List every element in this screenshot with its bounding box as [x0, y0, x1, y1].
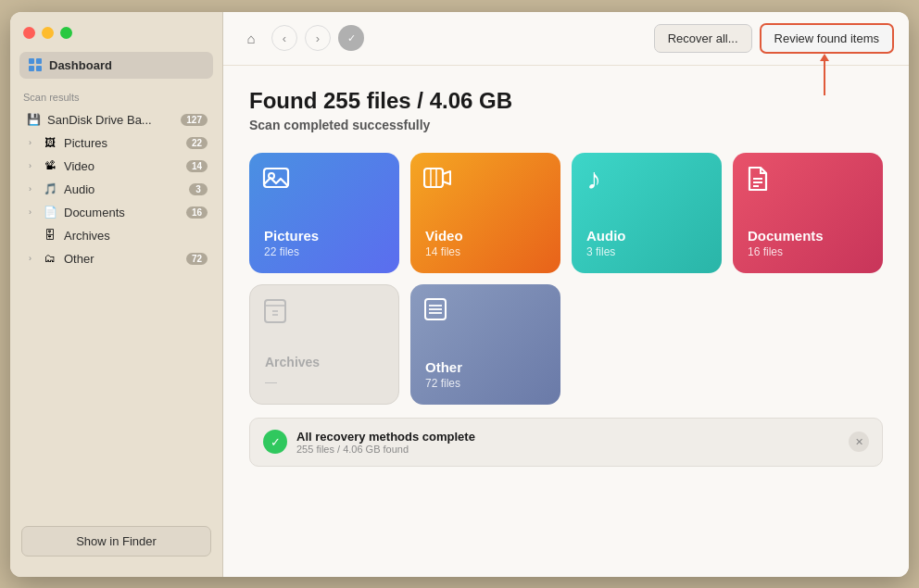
- toolbar: ⌂ ‹ › ✓ Recover all... Review found item…: [223, 12, 909, 66]
- close-button[interactable]: [23, 27, 35, 39]
- back-button[interactable]: ‹: [271, 25, 297, 51]
- card-video-count: 14 files: [425, 245, 546, 258]
- archives-card-icon: [263, 298, 287, 328]
- sidebar-item-sandisk-label: SanDisk Drive Ba...: [47, 113, 181, 127]
- cards-grid-row2: Archives — Other 72 files: [249, 284, 883, 405]
- card-documents-label: Documents: [748, 228, 868, 244]
- sidebar-bottom: Show in Finder: [10, 517, 222, 566]
- recover-all-button[interactable]: Recover all...: [654, 24, 752, 53]
- audio-icon: 🎵: [42, 182, 58, 195]
- sidebar-item-audio-label: Audio: [64, 182, 189, 196]
- card-video[interactable]: Video 14 files: [410, 153, 560, 273]
- sidebar-item-pictures-label: Pictures: [64, 136, 186, 150]
- forward-button[interactable]: ›: [305, 25, 331, 51]
- audio-card-icon: ♪: [586, 162, 601, 196]
- sidebar-item-archives[interactable]: › 🗄 Archives: [16, 224, 217, 247]
- video-card-icon: [423, 166, 451, 195]
- card-pictures-label: Pictures: [264, 228, 384, 244]
- sidebar-item-documents-badge: 16: [186, 206, 208, 219]
- card-pictures-count: 22 files: [264, 245, 384, 258]
- show-in-finder-button[interactable]: Show in Finder: [21, 526, 211, 557]
- home-button[interactable]: ⌂: [238, 25, 264, 51]
- sidebar-item-pictures[interactable]: › 🖼 Pictures 22: [16, 131, 217, 155]
- sidebar-item-video-label: Video: [64, 159, 186, 173]
- pictures-icon: 🖼: [42, 136, 58, 149]
- sidebar-item-sandisk[interactable]: 💾 SanDisk Drive Ba... 127: [16, 108, 217, 131]
- sidebar-item-video-badge: 14: [186, 160, 208, 172]
- traffic-lights: [10, 27, 222, 52]
- found-subtitle: Scan completed successfully: [249, 118, 883, 132]
- maximize-button[interactable]: [60, 27, 72, 39]
- other-icon: 🗂: [42, 252, 58, 265]
- card-documents-count: 16 files: [748, 245, 868, 258]
- notification-title: All recovery methods complete: [296, 430, 839, 444]
- card-archives[interactable]: Archives —: [249, 284, 399, 405]
- sidebar-item-audio[interactable]: › 🎵 Audio 3: [16, 178, 217, 201]
- minimize-button[interactable]: [42, 27, 54, 39]
- sidebar: Dashboard Scan results 💾 SanDisk Drive B…: [10, 12, 223, 577]
- sidebar-item-other-badge: 72: [186, 253, 208, 265]
- notification-bar: ✓ All recovery methods complete 255 file…: [249, 418, 883, 467]
- archives-icon: 🗄: [42, 229, 58, 242]
- scan-results-label: Scan results: [10, 92, 222, 108]
- card-other-count: 72 files: [425, 377, 546, 390]
- sidebar-item-sandisk-badge: 127: [181, 114, 208, 126]
- cards-grid-row1: Pictures 22 files Video 14 files: [249, 153, 883, 273]
- sidebar-item-other-label: Other: [64, 252, 186, 266]
- notification-text: All recovery methods complete 255 files …: [296, 430, 839, 455]
- card-video-label: Video: [425, 228, 546, 244]
- card-audio-label: Audio: [586, 228, 707, 244]
- sidebar-item-other[interactable]: › 🗂 Other 72: [16, 247, 217, 270]
- video-icon: 📽: [42, 159, 58, 172]
- other-card-icon: [423, 297, 447, 325]
- documents-card-icon: [746, 166, 770, 198]
- svg-rect-2: [424, 169, 443, 187]
- dashboard-button[interactable]: Dashboard: [19, 52, 213, 79]
- sidebar-item-documents[interactable]: › 📄 Documents 16: [16, 201, 217, 224]
- dashboard-label: Dashboard: [49, 58, 112, 72]
- chevron-right-icon: ›: [29, 254, 40, 263]
- arrow-head-icon: [820, 54, 829, 61]
- documents-icon: 📄: [42, 206, 58, 219]
- chevron-right-icon: ›: [29, 207, 40, 217]
- chevron-right-icon: ›: [29, 184, 40, 194]
- card-empty-4: [733, 284, 883, 405]
- sidebar-item-audio-badge: 3: [189, 183, 208, 195]
- card-empty-3: [572, 284, 722, 405]
- main-content: ⌂ ‹ › ✓ Recover all... Review found item…: [223, 12, 909, 577]
- pictures-card-icon: [262, 166, 290, 196]
- card-audio-count: 3 files: [586, 245, 707, 258]
- card-pictures[interactable]: Pictures 22 files: [249, 153, 399, 273]
- grid-icon: [29, 58, 42, 71]
- app-window: Dashboard Scan results 💾 SanDisk Drive B…: [10, 12, 909, 577]
- sidebar-item-archives-label: Archives: [64, 229, 208, 243]
- card-other-label: Other: [425, 359, 546, 375]
- card-audio[interactable]: ♪ Audio 3 files: [572, 153, 722, 273]
- card-documents[interactable]: Documents 16 files: [733, 153, 883, 273]
- notification-subtitle: 255 files / 4.06 GB found: [296, 444, 839, 455]
- card-other[interactable]: Other 72 files: [410, 284, 560, 405]
- check-button[interactable]: ✓: [338, 25, 364, 51]
- success-check-icon: ✓: [263, 430, 287, 454]
- chevron-right-icon: ›: [29, 161, 40, 170]
- found-title: Found 255 files / 4.06 GB: [249, 88, 883, 114]
- sidebar-item-documents-label: Documents: [64, 206, 186, 219]
- chevron-right-icon: ›: [29, 138, 40, 147]
- notification-close-button[interactable]: ✕: [849, 432, 869, 452]
- card-archives-dash: —: [265, 375, 384, 389]
- content-area: Found 255 files / 4.06 GB Scan completed…: [223, 66, 909, 577]
- sidebar-item-video[interactable]: › 📽 Video 14: [16, 155, 217, 178]
- drive-icon: 💾: [25, 113, 42, 126]
- sidebar-item-pictures-badge: 22: [186, 137, 208, 149]
- review-found-items-button[interactable]: Review found items: [760, 23, 894, 54]
- card-archives-label: Archives: [265, 355, 384, 369]
